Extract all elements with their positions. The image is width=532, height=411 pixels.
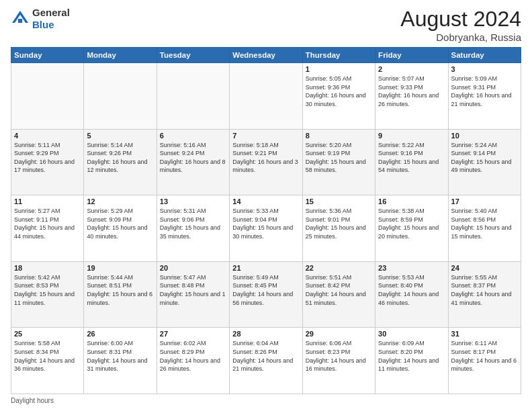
- day-number: 11: [14, 197, 81, 205]
- day-info: Sunrise: 5:05 AM Sunset: 9:36 PM Dayligh…: [306, 75, 372, 108]
- col-monday: Monday: [84, 48, 157, 63]
- day-number: 18: [14, 264, 81, 272]
- col-friday: Friday: [375, 48, 448, 63]
- logo-blue: Blue: [32, 19, 54, 30]
- day-cell-0-4: 1Sunrise: 5:05 AM Sunset: 9:36 PM Daylig…: [302, 63, 375, 130]
- day-info: Sunrise: 5:58 AM Sunset: 8:34 PM Dayligh…: [14, 339, 81, 373]
- day-info: Sunrise: 5:44 AM Sunset: 8:51 PM Dayligh…: [87, 273, 153, 307]
- day-info: Sunrise: 5:20 AM Sunset: 9:19 PM Dayligh…: [306, 141, 372, 175]
- day-number: 16: [378, 197, 445, 205]
- col-thursday: Thursday: [302, 48, 375, 63]
- day-cell-4-2: 27Sunrise: 6:02 AM Sunset: 8:29 PM Dayli…: [157, 328, 229, 394]
- header: General Blue August 2024 Dobryanka, Russ…: [11, 7, 521, 43]
- day-info: Sunrise: 5:16 AM Sunset: 9:24 PM Dayligh…: [160, 141, 226, 175]
- calendar-table: Sunday Monday Tuesday Wednesday Thursday…: [11, 47, 521, 394]
- day-number: 14: [232, 197, 299, 205]
- day-cell-0-6: 3Sunrise: 5:09 AM Sunset: 9:31 PM Daylig…: [448, 63, 521, 130]
- day-number: 12: [87, 197, 153, 205]
- day-cell-1-4: 8Sunrise: 5:20 AM Sunset: 9:19 PM Daylig…: [302, 129, 375, 195]
- day-number: 3: [451, 65, 518, 73]
- day-info: Sunrise: 5:29 AM Sunset: 9:09 PM Dayligh…: [87, 207, 153, 240]
- logo-icon: [11, 9, 30, 28]
- footer-note: Daylight hours: [11, 397, 521, 404]
- day-number: 30: [378, 330, 445, 338]
- day-info: Sunrise: 5:40 AM Sunset: 8:56 PM Dayligh…: [451, 207, 518, 240]
- day-cell-1-2: 6Sunrise: 5:16 AM Sunset: 9:24 PM Daylig…: [157, 129, 229, 195]
- day-number: 17: [451, 197, 518, 205]
- day-number: 22: [306, 264, 372, 272]
- day-number: 4: [14, 132, 81, 140]
- col-saturday: Saturday: [448, 48, 521, 63]
- day-info: Sunrise: 6:11 AM Sunset: 8:17 PM Dayligh…: [451, 339, 518, 373]
- month-year: August 2024: [400, 7, 521, 32]
- day-cell-4-5: 30Sunrise: 6:09 AM Sunset: 8:20 PM Dayli…: [375, 328, 448, 394]
- location: Dobryanka, Russia: [400, 32, 521, 43]
- day-info: Sunrise: 5:38 AM Sunset: 8:59 PM Dayligh…: [378, 207, 445, 240]
- day-cell-3-1: 19Sunrise: 5:44 AM Sunset: 8:51 PM Dayli…: [84, 261, 157, 328]
- day-cell-3-4: 22Sunrise: 5:51 AM Sunset: 8:42 PM Dayli…: [302, 261, 375, 328]
- day-info: Sunrise: 5:42 AM Sunset: 8:53 PM Dayligh…: [14, 273, 81, 307]
- day-cell-3-2: 20Sunrise: 5:47 AM Sunset: 8:48 PM Dayli…: [157, 261, 229, 328]
- day-info: Sunrise: 5:11 AM Sunset: 9:29 PM Dayligh…: [14, 141, 81, 175]
- day-number: 13: [160, 197, 226, 205]
- day-info: Sunrise: 5:31 AM Sunset: 9:06 PM Dayligh…: [160, 207, 226, 240]
- col-tuesday: Tuesday: [157, 48, 229, 63]
- day-cell-1-5: 9Sunrise: 5:22 AM Sunset: 9:16 PM Daylig…: [375, 129, 448, 195]
- day-cell-4-3: 28Sunrise: 6:04 AM Sunset: 8:26 PM Dayli…: [230, 328, 302, 394]
- day-cell-2-5: 16Sunrise: 5:38 AM Sunset: 8:59 PM Dayli…: [375, 195, 448, 262]
- logo-general: General: [32, 7, 70, 18]
- day-info: Sunrise: 5:22 AM Sunset: 9:16 PM Dayligh…: [378, 141, 445, 175]
- day-cell-1-1: 5Sunrise: 5:14 AM Sunset: 9:26 PM Daylig…: [84, 129, 157, 195]
- day-info: Sunrise: 6:00 AM Sunset: 8:31 PM Dayligh…: [87, 339, 153, 373]
- week-row-3: 11Sunrise: 5:27 AM Sunset: 9:11 PM Dayli…: [11, 195, 521, 262]
- day-cell-2-6: 17Sunrise: 5:40 AM Sunset: 8:56 PM Dayli…: [448, 195, 521, 262]
- day-info: Sunrise: 5:47 AM Sunset: 8:48 PM Dayligh…: [160, 273, 226, 307]
- day-info: Sunrise: 5:07 AM Sunset: 9:33 PM Dayligh…: [378, 75, 445, 108]
- day-cell-1-3: 7Sunrise: 5:18 AM Sunset: 9:21 PM Daylig…: [230, 129, 302, 195]
- day-info: Sunrise: 5:55 AM Sunset: 8:37 PM Dayligh…: [451, 273, 518, 307]
- day-cell-0-1: [84, 63, 157, 130]
- day-cell-3-3: 21Sunrise: 5:49 AM Sunset: 8:45 PM Dayli…: [230, 261, 302, 328]
- day-info: Sunrise: 5:27 AM Sunset: 9:11 PM Dayligh…: [14, 207, 81, 240]
- day-info: Sunrise: 6:06 AM Sunset: 8:23 PM Dayligh…: [306, 339, 372, 373]
- day-cell-4-1: 26Sunrise: 6:00 AM Sunset: 8:31 PM Dayli…: [84, 328, 157, 394]
- day-number: 21: [232, 264, 299, 272]
- day-number: 15: [306, 197, 372, 205]
- day-info: Sunrise: 5:33 AM Sunset: 9:04 PM Dayligh…: [232, 207, 299, 240]
- day-number: 27: [160, 330, 226, 338]
- day-cell-2-0: 11Sunrise: 5:27 AM Sunset: 9:11 PM Dayli…: [11, 195, 84, 262]
- week-row-5: 25Sunrise: 5:58 AM Sunset: 8:34 PM Dayli…: [11, 328, 521, 394]
- week-row-1: 1Sunrise: 5:05 AM Sunset: 9:36 PM Daylig…: [11, 63, 521, 130]
- day-cell-2-4: 15Sunrise: 5:36 AM Sunset: 9:01 PM Dayli…: [302, 195, 375, 262]
- day-info: Sunrise: 5:53 AM Sunset: 8:40 PM Dayligh…: [378, 273, 445, 307]
- col-sunday: Sunday: [11, 48, 84, 63]
- calendar-header-row: Sunday Monday Tuesday Wednesday Thursday…: [11, 48, 521, 63]
- day-info: Sunrise: 5:14 AM Sunset: 9:26 PM Dayligh…: [87, 141, 153, 175]
- day-number: 25: [14, 330, 81, 338]
- day-cell-2-2: 13Sunrise: 5:31 AM Sunset: 9:06 PM Dayli…: [157, 195, 229, 262]
- day-info: Sunrise: 6:09 AM Sunset: 8:20 PM Dayligh…: [378, 339, 445, 373]
- day-info: Sunrise: 6:04 AM Sunset: 8:26 PM Dayligh…: [232, 339, 299, 373]
- day-cell-4-0: 25Sunrise: 5:58 AM Sunset: 8:34 PM Dayli…: [11, 328, 84, 394]
- day-number: 1: [306, 65, 372, 73]
- day-number: 23: [378, 264, 445, 272]
- page: General Blue August 2024 Dobryanka, Russ…: [0, 0, 532, 411]
- day-cell-1-0: 4Sunrise: 5:11 AM Sunset: 9:29 PM Daylig…: [11, 129, 84, 195]
- col-wednesday: Wednesday: [230, 48, 302, 63]
- day-cell-4-4: 29Sunrise: 6:06 AM Sunset: 8:23 PM Dayli…: [302, 328, 375, 394]
- day-number: 19: [87, 264, 153, 272]
- day-number: 28: [232, 330, 299, 338]
- week-row-2: 4Sunrise: 5:11 AM Sunset: 9:29 PM Daylig…: [11, 129, 521, 195]
- logo: General Blue: [11, 7, 70, 31]
- day-cell-3-6: 24Sunrise: 5:55 AM Sunset: 8:37 PM Dayli…: [448, 261, 521, 328]
- logo-text: General Blue: [32, 7, 70, 31]
- day-cell-0-0: [11, 63, 84, 130]
- day-info: Sunrise: 5:51 AM Sunset: 8:42 PM Dayligh…: [306, 273, 372, 307]
- day-info: Sunrise: 5:49 AM Sunset: 8:45 PM Dayligh…: [232, 273, 299, 307]
- day-cell-0-2: [157, 63, 229, 130]
- day-number: 10: [451, 132, 518, 140]
- day-number: 5: [87, 132, 153, 140]
- day-info: Sunrise: 6:02 AM Sunset: 8:29 PM Dayligh…: [160, 339, 226, 373]
- day-cell-4-6: 31Sunrise: 6:11 AM Sunset: 8:17 PM Dayli…: [448, 328, 521, 394]
- day-cell-0-3: [230, 63, 302, 130]
